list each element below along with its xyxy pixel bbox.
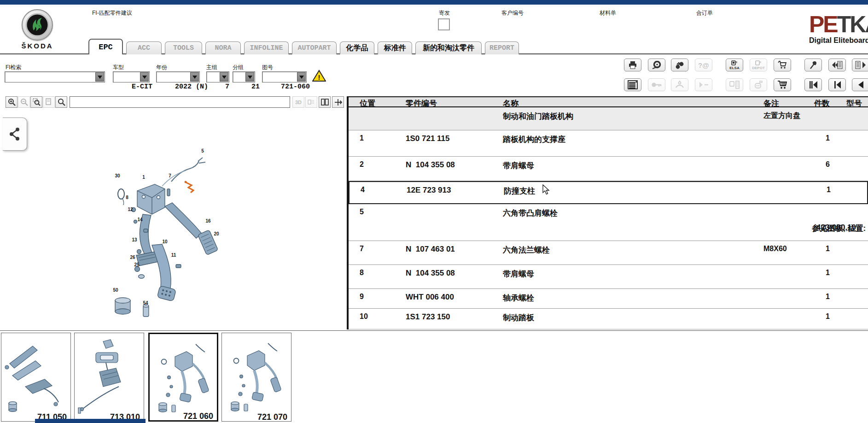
combined-order-label: 合订单 (696, 9, 713, 17)
name-cell: 制动和油门踏板机构 (503, 111, 573, 122)
zoom-in-icon[interactable] (6, 96, 17, 108)
thumbnail-panel[interactable]: 721 070 (221, 333, 291, 422)
position-cell: 7 (360, 245, 364, 253)
quantity-cell: 6 (804, 160, 830, 169)
table-row[interactable]: 10 1S1 723 150 制动踏板 1 (349, 309, 868, 329)
tab[interactable]: TOOLS (165, 41, 202, 54)
thumbnail-caption: 721 060 (183, 411, 213, 421)
quantity-cell: 1 (804, 245, 830, 253)
material-list-label: 材料单 (600, 9, 616, 17)
nav-prev-button[interactable] (828, 78, 846, 91)
position-cell: 10 (360, 312, 368, 321)
order-cart-button[interactable] (774, 59, 791, 71)
list-view-button[interactable] (624, 78, 641, 91)
table-row[interactable]: 5 六角带凸肩螺栓 参见图板, 位置:423-030,10 (349, 204, 868, 241)
quantity-cell: 1 (804, 269, 830, 277)
table-row[interactable]: 4 12E 723 913 防撞支柱 1 (349, 181, 868, 204)
petka-logo-subtitle: Digital Eliteboard (809, 37, 868, 44)
shopping-cart-button[interactable] (774, 78, 791, 91)
pin-button[interactable] (804, 59, 822, 71)
next-document-button[interactable] (852, 59, 868, 71)
nav-back-button[interactable] (852, 78, 868, 91)
elsa-button[interactable]: ELSA (726, 59, 743, 71)
customer-number-label: 客户编号 (501, 9, 524, 17)
name-cell: 带肩螺母 (503, 160, 534, 171)
part-number-cell: N 107 463 01 (406, 245, 455, 254)
terminal-list-button (726, 78, 743, 91)
name-cell: 六角带凸肩螺栓 (503, 208, 558, 218)
part-number-cell: N 104 355 08 (406, 269, 455, 278)
tab[interactable]: REPORT (485, 41, 519, 54)
depot-button: DEPOT (750, 59, 767, 71)
quantity-cell: 1 (804, 134, 830, 142)
thumbnail-panel[interactable]: 713 010 (74, 333, 144, 422)
key-button (648, 78, 665, 91)
parts-table: 位置 零件编号 名称 备注 件数 型号 制动和油门踏板机构 左置方向盘 (348, 96, 868, 329)
assistant-button (671, 78, 688, 91)
mouse-cursor (542, 184, 550, 195)
play-collapse-button (695, 78, 712, 91)
prev-document-button[interactable] (828, 59, 846, 71)
fit-width-icon[interactable] (332, 96, 344, 108)
name-cell: 踏板机构的支撑座 (503, 134, 565, 145)
parts-rows: 制动和油门踏板机构 左置方向盘 1 1S0 721 115 踏板机构的支撑座 1 (349, 107, 868, 329)
table-row[interactable]: 9 WHT 006 400 轴承螺栓 1 (349, 289, 868, 309)
tire-service-button[interactable] (648, 59, 665, 71)
table-row[interactable]: 8 N 104 355 08 带肩螺母 1 (349, 265, 868, 289)
tab[interactable]: 标准件 (378, 41, 412, 54)
name-cell: 带肩螺母 (503, 269, 534, 279)
zoom-page-icon (43, 96, 55, 108)
elsa-button-label: ELSA (729, 66, 739, 70)
bottom-taskbar-fragment (35, 419, 146, 423)
thumbnail-panel[interactable]: 721 060 (148, 333, 218, 422)
position-cell: 5 (360, 208, 364, 216)
position-cell: 2 (360, 160, 364, 169)
remark-cell: 左置方向盘 (763, 111, 800, 121)
print-button[interactable] (624, 59, 641, 71)
tab[interactable]: 化学品 (340, 41, 374, 54)
thumbnail-caption: 721 070 (257, 412, 287, 422)
part-number-cell: 1S0 721 115 (406, 134, 449, 143)
name-cell: 制动踏板 (503, 312, 534, 323)
gearshift-thumbnail-icon (75, 335, 144, 418)
thumbnail-panel[interactable]: 711 050 (1, 333, 71, 422)
quantity-cell: 1 (804, 312, 830, 321)
binoculars-search-button[interactable] (671, 59, 688, 71)
position-cell: 8 (360, 269, 364, 277)
part-number-cell: 1S1 723 150 (406, 312, 450, 322)
position-cell: 9 (360, 293, 364, 301)
table-row[interactable]: 1 1S0 721 115 踏板机构的支撑座 1 (349, 130, 868, 157)
dispatch-label: 寄发 (439, 9, 450, 17)
position-cell: 1 (360, 134, 364, 142)
tab[interactable]: EPC (88, 39, 123, 54)
zoom-area-icon[interactable] (30, 96, 42, 108)
handbrake-thumbnail-icon (1, 335, 70, 418)
petka-logo: PETKA Digital Eliteboard (809, 13, 868, 44)
parts-table-header: 位置 零件编号 名称 备注 件数 型号 (349, 96, 868, 107)
split-view-icon[interactable] (319, 96, 331, 108)
pedals-thumbnail-icon (150, 336, 219, 419)
name-cell: 防撞支柱 (504, 186, 535, 196)
table-row[interactable]: 制动和油门踏板机构 左置方向盘 (349, 107, 868, 130)
tab[interactable]: 新的和淘汰零件 (415, 41, 482, 54)
table-row[interactable]: 7 N 107 463 01 六角法兰螺栓 M8X60 1 (349, 241, 868, 265)
part-number-cell: WHT 006 400 (406, 293, 454, 302)
magnifier-icon[interactable] (55, 96, 67, 108)
table-row[interactable]: 2 N 104 355 08 带肩螺母 6 (349, 157, 868, 181)
tab[interactable]: AUTOPART (292, 41, 337, 54)
threed-view-button: 3D (292, 96, 304, 108)
illustration-link[interactable]: 423-030,10 (816, 223, 856, 232)
position-cell: 4 (361, 186, 365, 194)
pedal-assembly-illustration (0, 108, 347, 329)
quantity-cell: 1 (805, 186, 831, 194)
main-tabs: EPC ACC TOOLS NORA INFOLINE AUTOPART 化学品… (88, 39, 519, 54)
nav-first-button[interactable] (804, 78, 822, 91)
remark-cell: M8X60 (763, 245, 787, 253)
tab[interactable]: NORA (205, 41, 241, 54)
zoom-out-icon (18, 96, 30, 108)
part-number-cell: N 104 355 08 (406, 160, 455, 170)
tab[interactable]: ACC (126, 41, 162, 54)
viewer-search-input[interactable] (70, 96, 290, 108)
dispatch-checkbox[interactable] (438, 18, 450, 30)
tab[interactable]: INFOLINE (244, 41, 289, 54)
